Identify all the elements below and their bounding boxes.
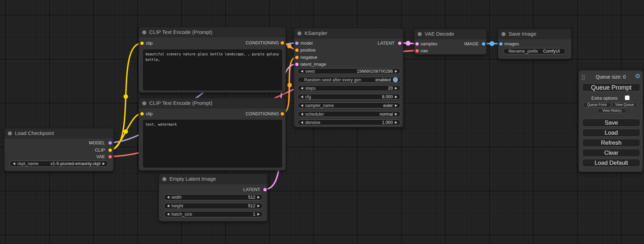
node-title: CLIP Text Encode (Prompt)	[149, 27, 212, 37]
load-checkpoint-node[interactable]: Load Checkpoint MODEL CLIP VAE ckpt_name…	[4, 128, 114, 171]
height-widget[interactable]: height 512	[164, 203, 263, 209]
node-title-bar[interactable]: Empty Latent Image	[159, 174, 267, 184]
increment-icon[interactable]	[395, 104, 397, 107]
conditioning-output-slot[interactable]	[281, 41, 284, 45]
increment-icon[interactable]	[257, 196, 260, 199]
collapse-dot-icon[interactable]	[142, 101, 146, 105]
workflow-canvas[interactable]: Load Checkpoint MODEL CLIP VAE ckpt_name…	[0, 0, 644, 244]
model-input-slot[interactable]	[295, 42, 299, 45]
random-seed-toggle-widget[interactable]: Random seed after every gen enabled	[298, 77, 400, 83]
batch-size-widget[interactable]: batch_size 1	[164, 211, 263, 217]
seed-widget[interactable]: seed 156680208700286	[298, 68, 400, 74]
decrement-icon[interactable]	[167, 205, 169, 207]
link-midpoint-dot[interactable]	[124, 94, 128, 99]
increment-icon[interactable]	[395, 87, 397, 90]
filename-prefix-widget[interactable]: filename_prefix ComfyUI	[503, 48, 566, 54]
model-output-slot[interactable]	[108, 141, 112, 145]
latent-output-slot[interactable]	[263, 188, 267, 191]
clip-input-slot[interactable]	[140, 42, 144, 45]
node-title: Empty Latent Image	[169, 174, 216, 184]
view-history-button[interactable]: View History	[598, 108, 626, 113]
slot-label: latent_image	[300, 62, 326, 67]
clip-text-encode-negative-node[interactable]: CLIP Text Encode (Prompt) clip CONDITION…	[139, 98, 286, 171]
toggle-indicator-icon[interactable]	[393, 77, 398, 82]
images-input-slot[interactable]	[499, 42, 503, 46]
decrement-icon[interactable]	[301, 70, 303, 73]
load-default-button[interactable]: Load Default	[582, 159, 640, 167]
increment-icon[interactable]	[103, 162, 105, 165]
decrement-icon[interactable]	[301, 104, 303, 107]
decrement-icon[interactable]	[301, 113, 303, 116]
node-title-bar[interactable]: Load Checkpoint	[5, 128, 113, 138]
queue-front-button[interactable]: Queue Front	[583, 102, 611, 107]
sampler-name-widget[interactable]: sampler_name euler	[298, 102, 400, 108]
refresh-button[interactable]: Refresh	[582, 139, 640, 147]
ckpt-name-widget[interactable]: ckpt_name v1-5-pruned-emaonly.ckpt	[10, 161, 108, 167]
increment-icon[interactable]	[395, 96, 397, 98]
load-button[interactable]: Load	[582, 129, 640, 137]
widget-value: 512	[248, 195, 255, 200]
vae-decode-node[interactable]: VAE Decode samples vae IMAGE	[414, 29, 487, 55]
decrement-icon[interactable]	[167, 213, 169, 216]
node-title-bar[interactable]: KSampler	[294, 28, 403, 38]
vae-input-slot[interactable]	[415, 49, 419, 53]
ksampler-node[interactable]: KSampler model positive negative latent_…	[294, 28, 403, 127]
increment-icon[interactable]	[395, 113, 397, 116]
image-output-slot[interactable]	[482, 42, 485, 46]
denoise-widget[interactable]: denoise 1.000	[298, 119, 400, 125]
collapse-dot-icon[interactable]	[162, 177, 166, 181]
save-image-node[interactable]: Save Image images filename_prefix ComfyU…	[498, 29, 572, 59]
extra-options-checkbox[interactable]	[625, 96, 629, 100]
link-midpoint-dot[interactable]	[406, 41, 411, 46]
view-queue-button[interactable]: View Queue	[612, 102, 637, 107]
increment-icon[interactable]	[257, 213, 260, 216]
vae-output-slot[interactable]	[108, 155, 112, 159]
positive-prompt-textarea[interactable]: beautiful scenery nature glass bottle la…	[143, 49, 282, 90]
queue-panel[interactable]: Queue size: 0 ⚙ Queue Prompt Extra optio…	[579, 70, 643, 172]
collapse-dot-icon[interactable]	[8, 132, 12, 135]
latent-image-input-slot[interactable]	[295, 63, 299, 66]
node-title-bar[interactable]: CLIP Text Encode (Prompt)	[139, 98, 285, 108]
decrement-icon[interactable]	[13, 162, 15, 165]
decrement-icon[interactable]	[301, 96, 303, 98]
save-button[interactable]: Save	[582, 119, 640, 127]
queue-prompt-button[interactable]: Queue Prompt	[582, 83, 640, 91]
collapse-dot-icon[interactable]	[502, 32, 505, 36]
slot-label: CONDITIONING	[246, 40, 279, 46]
widget-value: enabled	[376, 78, 391, 82]
clip-text-encode-positive-node[interactable]: CLIP Text Encode (Prompt) clip CONDITION…	[139, 27, 286, 93]
clip-input-slot[interactable]	[140, 112, 144, 116]
steps-widget[interactable]: steps 20	[298, 85, 400, 91]
link-midpoint-dot[interactable]	[288, 83, 292, 88]
gear-icon[interactable]: ⚙	[635, 73, 641, 80]
link-midpoint-dot[interactable]	[124, 129, 128, 134]
node-title-bar[interactable]: Save Image	[498, 29, 571, 39]
collapse-dot-icon[interactable]	[298, 31, 301, 35]
latent-output-slot[interactable]	[398, 42, 402, 45]
negative-input-slot[interactable]	[295, 56, 299, 59]
clip-output-slot[interactable]	[108, 148, 112, 152]
link-midpoint-dot[interactable]	[489, 41, 494, 46]
collapse-dot-icon[interactable]	[418, 32, 422, 36]
widget-label: seed	[305, 69, 315, 74]
scheduler-widget[interactable]: scheduler normal	[298, 111, 400, 117]
increment-icon[interactable]	[395, 70, 397, 73]
clear-button[interactable]: Clear	[582, 149, 640, 157]
positive-input-slot[interactable]	[295, 48, 299, 52]
empty-latent-image-node[interactable]: Empty Latent Image LATENT width 512 heig…	[159, 174, 267, 222]
increment-icon[interactable]	[395, 121, 397, 124]
decrement-icon[interactable]	[301, 121, 303, 124]
width-widget[interactable]: width 512	[164, 194, 263, 200]
conditioning-output-slot[interactable]	[281, 112, 284, 116]
samples-input-slot[interactable]	[415, 42, 419, 46]
collapse-dot-icon[interactable]	[142, 30, 146, 34]
decrement-icon[interactable]	[301, 87, 303, 90]
node-title-bar[interactable]: VAE Decode	[414, 29, 486, 39]
widget-value: euler	[383, 103, 393, 108]
decrement-icon[interactable]	[167, 196, 169, 199]
node-title-bar[interactable]: CLIP Text Encode (Prompt)	[139, 27, 285, 37]
increment-icon[interactable]	[257, 205, 260, 207]
link-midpoint-dot[interactable]	[287, 44, 292, 48]
negative-prompt-textarea[interactable]: text, watermark	[143, 120, 282, 168]
cfg-widget[interactable]: cfg 8.000	[298, 94, 400, 100]
